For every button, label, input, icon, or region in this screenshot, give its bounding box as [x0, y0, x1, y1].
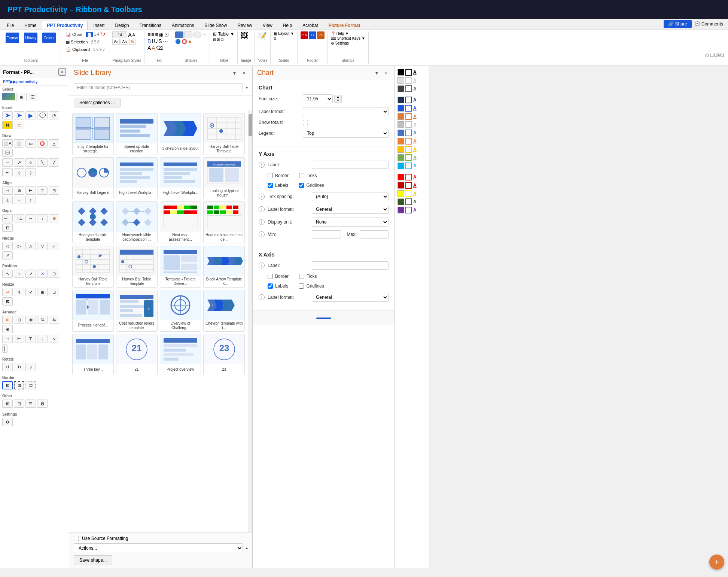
settings-gear-icon[interactable]: ⚙	[2, 418, 13, 426]
arr11[interactable]: ⤡	[49, 335, 59, 343]
text-a-12[interactable]: A	[413, 163, 417, 168]
outline-square-15[interactable]	[405, 190, 412, 197]
use-source-formatting-checkbox[interactable]	[74, 536, 79, 541]
tick-spacing-info-icon[interactable]: i	[259, 194, 265, 200]
chart-btn[interactable]: 📊 Chart	[64, 31, 84, 38]
clipboard-btn[interactable]: 📋 Clipboard	[64, 46, 92, 53]
gap6[interactable]: ⊡	[2, 224, 13, 232]
select-btn1[interactable]	[2, 93, 15, 100]
align-vcenter-icon[interactable]: ⊞	[49, 186, 59, 195]
slide-item[interactable]: Heat map assessment de...	[203, 201, 245, 243]
slide-item[interactable]: Harvey Ball Legend	[72, 157, 114, 199]
text-a-2[interactable]: A	[413, 78, 417, 83]
slide-item[interactable]: Industry Analysis Looking at typical ind…	[203, 157, 245, 199]
round-rect-btn[interactable]: ▭	[25, 139, 36, 148]
slides-scrollbar[interactable]	[248, 110, 252, 532]
library-toolbar-btn[interactable]: Library	[22, 31, 39, 44]
pos2[interactable]: ↑	[14, 270, 24, 278]
chart-panel-dropdown-btn[interactable]: ▾	[373, 69, 380, 77]
nudge-out[interactable]: ↗	[2, 251, 13, 259]
line-btn[interactable]: ╲	[37, 158, 48, 167]
other2[interactable]: ⊡	[14, 400, 24, 408]
slide-item[interactable]: $ Cost reduction levers template	[116, 290, 158, 332]
image-btn[interactable]: 🖼	[241, 31, 248, 40]
rot2[interactable]: ↻	[14, 363, 24, 371]
notes-btn[interactable]: 📝	[258, 31, 267, 40]
arr3[interactable]: ⊠	[25, 316, 36, 324]
slide-item[interactable]: High Level Workpla...	[160, 157, 201, 199]
nudge-right[interactable]: ▷	[14, 242, 24, 250]
nudge-in[interactable]: ↙	[49, 242, 59, 250]
x-labels-checkbox[interactable]	[268, 283, 273, 289]
slide-item[interactable]: Honeycomb slide template	[72, 201, 114, 243]
y-lf-info-icon[interactable]: i	[259, 206, 265, 212]
x-border-checkbox[interactable]	[268, 274, 273, 279]
dark-gray-swatch[interactable]	[397, 85, 404, 92]
triangle-draw-btn[interactable]: △	[49, 139, 59, 148]
arrow-draw2[interactable]: ↗	[14, 158, 24, 167]
bord3[interactable]: ⊡	[25, 381, 36, 389]
bracket-btn[interactable]: ⌐	[2, 168, 13, 176]
y-label-format-select[interactable]: General	[312, 205, 389, 214]
resize6[interactable]: ⊠	[2, 297, 13, 306]
gap4[interactable]: ↕	[37, 214, 48, 222]
outline-square-12[interactable]	[405, 163, 412, 169]
distrib-h-icon[interactable]: ↔	[14, 196, 24, 204]
outline-square-2[interactable]	[405, 77, 412, 84]
label-format-select[interactable]	[303, 107, 389, 116]
font-size-down-btn[interactable]: ▼	[335, 99, 341, 103]
oval-draw-btn[interactable]: ⭕	[37, 139, 48, 148]
text-a-17[interactable]: A	[413, 207, 417, 213]
text-a-6[interactable]: A	[413, 114, 417, 119]
slide-ops-btn[interactable]: ⧉	[274, 36, 276, 41]
textbox-btn[interactable]: ⬜A	[2, 139, 13, 148]
max-input[interactable]	[360, 230, 389, 239]
para-style1[interactable]: Aa	[112, 39, 120, 45]
resize1[interactable]: ⇔	[2, 288, 13, 296]
tab-review[interactable]: Review	[232, 21, 257, 30]
tab-file[interactable]: File	[2, 21, 19, 30]
x-label-input[interactable]	[312, 261, 389, 270]
tab-transitions[interactable]: Transitions	[135, 21, 166, 30]
text-a-5[interactable]: A	[413, 106, 417, 111]
slide-item[interactable]: Harvey Ball Table Template	[116, 246, 158, 288]
triangle-btn[interactable]: ▶	[25, 111, 36, 119]
table-btn[interactable]: ⊞ Table ▼	[213, 31, 234, 37]
tab-ppt-productivity[interactable]: PPT Productivity	[42, 21, 88, 30]
share-button[interactable]: 🔗 Share	[664, 20, 691, 28]
gap3[interactable]: ↔	[25, 214, 36, 222]
outline-square-4[interactable]	[405, 97, 412, 103]
para-style3[interactable]: %	[129, 39, 135, 45]
curly-btn[interactable]: {	[14, 168, 24, 176]
settings-btn[interactable]: ⚙ Settings	[331, 41, 349, 45]
tab-help[interactable]: Help	[278, 21, 297, 30]
comments-button[interactable]: 💬 Comments	[695, 21, 723, 27]
slide-item[interactable]: Harvey Ball Table Template	[72, 246, 114, 288]
text-a-4[interactable]: A	[413, 97, 417, 103]
distrib-v-icon[interactable]: ↕	[25, 196, 36, 204]
y-gridlines-checkbox[interactable]	[299, 183, 304, 188]
slide-item[interactable]: Heat map assessment...	[160, 201, 201, 243]
bold-btn[interactable]: B	[147, 38, 151, 44]
outline-square-8[interactable]	[405, 130, 412, 136]
callout-btn[interactable]: 💬	[37, 111, 48, 119]
select-btn3[interactable]: ☰	[28, 93, 38, 101]
min-input[interactable]	[312, 230, 341, 239]
resize5[interactable]: ⊡	[49, 288, 59, 296]
shape-fill-btn[interactable]: 🔵	[175, 39, 181, 44]
font-size-up-btn[interactable]: ▲	[335, 95, 341, 99]
shape1[interactable]	[175, 31, 183, 38]
green-swatch[interactable]	[397, 154, 404, 161]
y-ticks-checkbox[interactable]	[299, 173, 304, 178]
font-grow-btn[interactable]: A	[128, 32, 131, 38]
slide-item[interactable]: High Level Workpla...	[116, 157, 158, 199]
orange-swatch[interactable]	[397, 113, 404, 120]
tab-view[interactable]: View	[258, 21, 277, 30]
resize2[interactable]: ⇕	[14, 288, 24, 296]
text-box-btn[interactable]: ⊡	[164, 31, 169, 37]
text-a-13[interactable]: A	[413, 174, 417, 180]
outline-square-10[interactable]	[405, 146, 412, 153]
line2-btn[interactable]: ╱	[49, 158, 59, 167]
table-icon1[interactable]: ⊟	[213, 37, 216, 42]
gray-swatch[interactable]	[397, 121, 404, 128]
